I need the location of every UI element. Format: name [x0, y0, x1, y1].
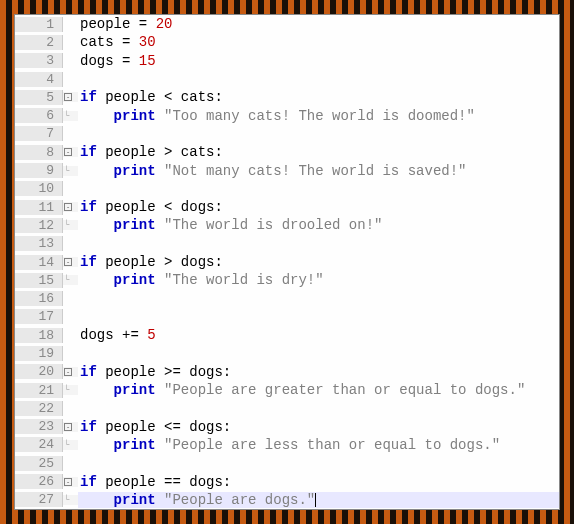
code-line[interactable]: 15└ print "The world is dry!" — [15, 271, 559, 289]
code-line[interactable]: 25 — [15, 454, 559, 472]
code-line[interactable]: 19 — [15, 344, 559, 362]
code-line[interactable]: 9└ print "Not many cats! The world is sa… — [15, 161, 559, 179]
fold-indicator[interactable]: - — [63, 147, 78, 157]
code-content[interactable]: people = 20 — [78, 16, 559, 32]
code-content[interactable]: if people < cats: — [78, 89, 559, 105]
token-id: dogs — [80, 53, 122, 69]
code-line[interactable]: 5-if people < cats: — [15, 88, 559, 106]
code-line[interactable]: 16 — [15, 289, 559, 307]
code-line[interactable]: 4 — [15, 70, 559, 88]
code-line[interactable]: 8-if people > cats: — [15, 143, 559, 161]
code-content[interactable]: print "Too many cats! The world is doome… — [78, 108, 559, 124]
code-content[interactable]: print "People are less than or equal to … — [78, 437, 559, 453]
token-op: = — [139, 16, 156, 32]
code-content[interactable]: if people < dogs: — [78, 199, 559, 215]
line-number: 26 — [15, 474, 63, 489]
token-kw: if — [80, 254, 97, 270]
token-id: people — [97, 199, 164, 215]
line-number: 1 — [15, 17, 63, 32]
fold-end-icon: └ — [64, 385, 69, 395]
line-number: 16 — [15, 291, 63, 306]
token-id: dogs — [189, 419, 223, 435]
fold-indicator[interactable]: - — [63, 202, 78, 212]
code-line[interactable]: 20-if people >= dogs: — [15, 363, 559, 381]
token-id: cats — [80, 34, 122, 50]
fold-indicator[interactable]: - — [63, 257, 78, 267]
token-id — [156, 492, 164, 508]
token-id: people — [97, 474, 164, 490]
fold-end-icon: └ — [64, 495, 69, 505]
fold-minus-icon[interactable]: - — [64, 478, 72, 486]
fold-minus-icon[interactable]: - — [64, 93, 72, 101]
code-content[interactable]: print "Not many cats! The world is saved… — [78, 163, 559, 179]
code-line[interactable]: 13 — [15, 235, 559, 253]
fold-minus-icon[interactable]: - — [64, 423, 72, 431]
code-line[interactable]: 18dogs += 5 — [15, 326, 559, 344]
code-content[interactable]: print "People are dogs." — [78, 492, 559, 508]
code-line[interactable]: 12└ print "The world is drooled on!" — [15, 216, 559, 234]
code-content[interactable]: if people >= dogs: — [78, 364, 559, 380]
token-kw: print — [114, 492, 156, 508]
fold-minus-icon[interactable]: - — [64, 258, 72, 266]
fold-indicator: └ — [63, 111, 78, 121]
token-kw: if — [80, 199, 97, 215]
line-number: 12 — [15, 218, 63, 233]
token-id: dogs — [80, 327, 122, 343]
code-line[interactable]: 23-if people <= dogs: — [15, 418, 559, 436]
token-op: : — [223, 419, 231, 435]
window-frame: 1people = 202cats = 303dogs = 1545-if pe… — [0, 0, 574, 524]
code-content[interactable]: print "People are greater than or equal … — [78, 382, 559, 398]
token-kw: if — [80, 419, 97, 435]
code-content[interactable]: dogs = 15 — [78, 53, 559, 69]
code-content[interactable]: dogs += 5 — [78, 327, 559, 343]
token-id — [80, 108, 114, 124]
code-content[interactable]: print "The world is dry!" — [78, 272, 559, 288]
token-id — [80, 272, 114, 288]
fold-end-icon: └ — [64, 220, 69, 230]
code-line[interactable]: 26-if people == dogs: — [15, 472, 559, 490]
fold-indicator[interactable]: - — [63, 422, 78, 432]
line-number: 14 — [15, 255, 63, 270]
token-id: people — [97, 89, 164, 105]
token-num: 20 — [156, 16, 173, 32]
fold-minus-icon[interactable]: - — [64, 148, 72, 156]
code-editor[interactable]: 1people = 202cats = 303dogs = 1545-if pe… — [14, 14, 560, 510]
code-line[interactable]: 21└ print "People are greater than or eq… — [15, 381, 559, 399]
code-line[interactable]: 22 — [15, 399, 559, 417]
token-op: : — [214, 254, 222, 270]
token-id — [156, 217, 164, 233]
code-content[interactable]: if people > cats: — [78, 144, 559, 160]
code-content[interactable]: if people <= dogs: — [78, 419, 559, 435]
line-number: 25 — [15, 456, 63, 471]
line-number: 8 — [15, 145, 63, 160]
token-kw: print — [114, 382, 156, 398]
code-line[interactable]: 14-if people > dogs: — [15, 253, 559, 271]
fold-indicator[interactable]: - — [63, 92, 78, 102]
code-line[interactable]: 2cats = 30 — [15, 33, 559, 51]
code-line[interactable]: 3dogs = 15 — [15, 52, 559, 70]
code-line[interactable]: 6└ print "Too many cats! The world is do… — [15, 106, 559, 124]
code-line[interactable]: 24└ print "People are less than or equal… — [15, 436, 559, 454]
token-op: < — [164, 199, 181, 215]
code-content[interactable]: cats = 30 — [78, 34, 559, 50]
token-op: : — [223, 474, 231, 490]
code-line[interactable]: 10 — [15, 180, 559, 198]
code-line[interactable]: 17 — [15, 308, 559, 326]
code-line[interactable]: 1people = 20 — [15, 15, 559, 33]
code-content[interactable]: if people > dogs: — [78, 254, 559, 270]
code-content[interactable]: print "The world is drooled on!" — [78, 217, 559, 233]
token-id — [80, 217, 114, 233]
fold-minus-icon[interactable]: - — [64, 203, 72, 211]
token-id — [80, 492, 114, 508]
fold-indicator[interactable]: - — [63, 367, 78, 377]
code-content[interactable]: if people == dogs: — [78, 474, 559, 490]
token-str: "Not many cats! The world is saved!" — [164, 163, 466, 179]
code-line[interactable]: 27└ print "People are dogs." — [15, 491, 559, 509]
token-str: "People are dogs." — [164, 492, 315, 508]
token-id: dogs — [189, 364, 223, 380]
code-line[interactable]: 11-if people < dogs: — [15, 198, 559, 216]
fold-minus-icon[interactable]: - — [64, 368, 72, 376]
fold-indicator[interactable]: - — [63, 477, 78, 487]
code-line[interactable]: 7 — [15, 125, 559, 143]
line-number: 6 — [15, 108, 63, 123]
